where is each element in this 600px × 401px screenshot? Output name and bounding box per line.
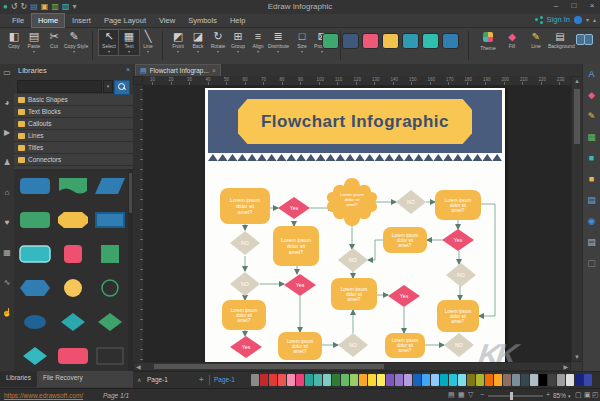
palette-color[interactable] (494, 374, 502, 386)
search-button[interactable] (114, 80, 130, 95)
palette-color[interactable] (557, 374, 565, 386)
fullscreen-icon[interactable]: ◰ (592, 391, 599, 399)
scroll-right-icon[interactable]: ▶ (563, 363, 568, 371)
account-caret-icon[interactable]: ▾ (586, 16, 589, 23)
pictures-icon[interactable]: ▦ (0, 244, 14, 274)
palette-color[interactable] (440, 374, 448, 386)
palette-color[interactable] (449, 374, 457, 386)
panel-tab-libraries[interactable]: Libraries (0, 371, 37, 387)
symbols-icon[interactable]: ♥ (0, 214, 14, 244)
find-replace-icon[interactable] (576, 34, 592, 44)
background-button[interactable]: ▤Background (548, 31, 572, 49)
page-tab[interactable]: Page-1 (147, 376, 168, 383)
palette-color[interactable] (521, 374, 529, 386)
presentation-icon[interactable]: ▣ (584, 391, 591, 399)
canvas-workspace[interactable]: Flowchart Infographic Lorem ipsumdolor s… (143, 85, 571, 362)
gallery-shape-rounded-octagon[interactable] (55, 209, 91, 231)
paste-button[interactable]: ▤Paste▾ (24, 30, 44, 54)
gallery-shape-rounded-rect[interactable] (17, 209, 53, 231)
maximize-button[interactable]: □ (568, 1, 580, 10)
shapes-icon[interactable]: ▭ (0, 64, 14, 94)
library-item-connectors[interactable]: Connectors (14, 154, 133, 166)
web-icon[interactable]: ◉ (583, 211, 600, 232)
minimize-button[interactable]: – (550, 1, 562, 10)
menu-item-insert[interactable]: Insert (66, 14, 97, 27)
gallery-shape-circle-outline[interactable] (92, 277, 128, 299)
fill-tool-icon[interactable]: ◆ (583, 85, 600, 106)
palette-color[interactable] (260, 374, 268, 386)
gallery-shape-diamond[interactable] (92, 311, 128, 333)
gallery-shape-flag[interactable] (55, 175, 91, 197)
gallery-shape-outline-rect[interactable] (92, 345, 128, 367)
filter-icon[interactable]: ▽ (468, 391, 473, 399)
palette-color[interactable] (269, 374, 277, 386)
palette-color[interactable] (530, 374, 538, 386)
select-button[interactable]: ↖Select▾ (98, 29, 120, 56)
fit-page-icon[interactable]: ▤ (448, 391, 455, 399)
people-icon[interactable]: ♟ (0, 154, 14, 184)
panel-tab-file-recovery[interactable]: File Recovery (37, 371, 133, 387)
palette-color[interactable] (359, 374, 367, 386)
palette-color[interactable] (566, 374, 574, 386)
palette-color[interactable] (404, 374, 412, 386)
gallery-shape-hexagon[interactable] (17, 277, 53, 299)
theme-swatch-4[interactable] (402, 33, 419, 49)
gallery-shape-framed-rect[interactable] (92, 209, 128, 231)
menu-item-symbols[interactable]: Symbols (182, 14, 223, 27)
line-button[interactable]: ╲Line▾ (138, 30, 158, 54)
palette-color[interactable] (485, 374, 493, 386)
menu-item-help[interactable]: Help (224, 14, 251, 27)
copy-style-button[interactable]: ✎Copy Style▾ (64, 30, 84, 54)
horizontal-scrollbar[interactable]: ◀ ▶ (133, 362, 571, 371)
drawing-page[interactable]: Flowchart Infographic Lorem ipsumdolor s… (205, 88, 505, 362)
palette-color[interactable] (386, 374, 394, 386)
hand-icon[interactable]: ☝ (0, 304, 14, 334)
palette-color[interactable] (278, 374, 286, 386)
gallery-shape-circle[interactable] (55, 277, 91, 299)
page-layout-icon[interactable]: ▦ (458, 391, 465, 399)
gallery-shape-square[interactable] (92, 243, 128, 265)
theme-swatch-3[interactable] (382, 33, 399, 49)
flowchart-diagram[interactable]: Lorem ipsumdolor sitamet?Lorem ipsumdolo… (205, 162, 505, 362)
copy-button[interactable]: ◧Copy (4, 30, 24, 49)
fit-window-icon[interactable]: ▢ (575, 391, 582, 399)
arrows-icon[interactable]: ▶ (0, 124, 14, 154)
text-tool-icon[interactable]: A (583, 64, 600, 85)
palette-color[interactable] (503, 374, 511, 386)
palette-color[interactable] (341, 374, 349, 386)
gallery-shape-rounded-rect[interactable] (17, 175, 53, 197)
text-button[interactable]: ▦Text▾ (118, 29, 140, 56)
palette-color[interactable] (296, 374, 304, 386)
group-button[interactable]: ⊞Group▾ (228, 30, 248, 54)
theme-swatch-5[interactable] (422, 33, 439, 49)
gallery-shape-diamond[interactable] (17, 345, 53, 367)
menu-item-file[interactable]: File (6, 14, 30, 27)
libraries-close-icon[interactable]: × (126, 66, 130, 73)
palette-color[interactable] (467, 374, 475, 386)
search-caret-icon[interactable]: ▾ (103, 80, 113, 93)
library-item-basic-shapes[interactable]: Basic Shapes (14, 94, 133, 106)
library-item-lines[interactable]: Lines (14, 130, 133, 142)
library-item-titles[interactable]: Titles (14, 142, 133, 154)
palette-color[interactable] (251, 374, 259, 386)
palette-color[interactable] (287, 374, 295, 386)
close-button[interactable]: × (586, 1, 598, 10)
scroll-left-icon[interactable]: ◀ (136, 363, 141, 371)
scroll-up-icon[interactable]: ▲ (572, 78, 582, 84)
title-badge[interactable]: Flowchart Infographic (238, 99, 472, 144)
gallery-shape-rounded-rect[interactable] (55, 345, 91, 367)
menu-item-home[interactable]: Home (31, 13, 65, 28)
vertical-scroll-thumb[interactable] (574, 89, 580, 144)
palette-color[interactable] (476, 374, 484, 386)
palette-color[interactable] (422, 374, 430, 386)
library-item-text-blocks[interactable]: Text Blocks (14, 106, 133, 118)
connectors-icon[interactable]: ∿ (0, 274, 14, 304)
palette-color[interactable] (413, 374, 421, 386)
gallery-shape-parallelogram[interactable] (92, 175, 128, 197)
collapse-ribbon-icon[interactable]: ▴ (593, 16, 596, 23)
account-avatar[interactable] (574, 16, 582, 24)
palette-color[interactable] (458, 374, 466, 386)
gallery-shape-rounded-rect-outline[interactable] (17, 243, 53, 265)
clipart-icon[interactable]: ◕ (0, 94, 14, 124)
zoom-slider-thumb[interactable] (510, 392, 513, 400)
